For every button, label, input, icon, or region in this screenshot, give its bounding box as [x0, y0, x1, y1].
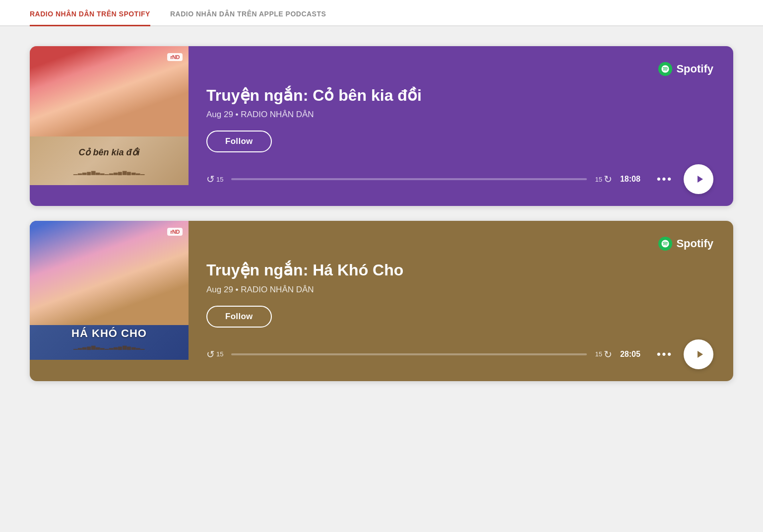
spotify-icon-2: [658, 237, 672, 251]
skip-back-label-2: 15: [216, 350, 223, 358]
play-button-1[interactable]: [684, 164, 713, 194]
skip-forward-label-1: 15: [595, 176, 602, 183]
more-button-2[interactable]: •••: [654, 348, 676, 361]
spotify-logo-2: Spotify: [206, 237, 713, 251]
follow-button-2[interactable]: Follow: [206, 306, 272, 328]
progress-bar-2[interactable]: [231, 353, 587, 355]
progress-bar-1[interactable]: [231, 178, 587, 180]
episode-title-1: Truyện ngắn: Cỏ bên kia đồi: [206, 86, 713, 105]
duration-2: 28:05: [620, 350, 646, 359]
skip-back-button-2[interactable]: ↺ 15: [206, 348, 223, 360]
duration-1: 18:08: [620, 175, 646, 184]
skip-back-icon-2: ↺: [206, 348, 215, 360]
more-button-1[interactable]: •••: [654, 173, 676, 186]
follow-button-1[interactable]: Follow: [206, 131, 272, 152]
spotify-text-1: Spotify: [676, 63, 713, 75]
skip-forward-icon-2: ↻: [604, 348, 612, 360]
podcast-card-2: rND HÁ KHÓ CHO ▁▂▃▄▅▃▂▁▂▃▄▅▄▃▂▁ Spotify …: [30, 221, 733, 381]
skip-forward-icon-1: ↻: [604, 173, 612, 185]
card-bottom-1: ↺ 15 15 ↻ 18:08 •••: [206, 164, 713, 194]
spotify-text-2: Spotify: [676, 237, 713, 250]
cover-label-1: Cỏ bên kia đồi: [30, 147, 189, 158]
tab-apple[interactable]: RADIO NHÂN DÂN TRÊN APPLE PODCASTS: [170, 1, 326, 26]
episode-meta-1: Aug 29 • RADIO NHÂN DÂN: [206, 110, 713, 120]
podcast-card-1: rND Cỏ bên kia đồi ▁▂▃▄▅▃▂▁▂▃▄▅▄▃▂▁ Spot…: [30, 46, 733, 206]
card-top-2: Spotify Truyện ngắn: Há Khó Cho Aug 29 •…: [206, 237, 713, 327]
cover-logo-1: rND: [167, 52, 183, 61]
card-info-2: Spotify Truyện ngắn: Há Khó Cho Aug 29 •…: [189, 221, 733, 381]
card-top-1: Spotify Truyện ngắn: Cỏ bên kia đồi Aug …: [206, 62, 713, 152]
skip-forward-button-2[interactable]: 15 ↻: [595, 348, 612, 360]
episode-title-2: Truyện ngắn: Há Khó Cho: [206, 261, 713, 279]
skip-forward-label-2: 15: [595, 350, 602, 358]
cover-art-1: rND Cỏ bên kia đồi ▁▂▃▄▅▃▂▁▂▃▄▅▄▃▂▁: [30, 46, 189, 185]
skip-back-button-1[interactable]: ↺ 15: [206, 173, 223, 185]
cover-waveform-1: ▁▂▃▄▅▃▂▁▂▃▄▅▄▃▂▁: [30, 169, 189, 175]
tab-spotify[interactable]: RADIO NHÂN DÂN TRÊN SPOTIFY: [30, 1, 150, 26]
card-bottom-2: ↺ 15 15 ↻ 28:05 •••: [206, 339, 713, 369]
tabs-bar: RADIO NHÂN DÂN TRÊN SPOTIFY RADIO NHÂN D…: [0, 0, 763, 26]
spotify-icon-1: [658, 62, 672, 76]
card-info-1: Spotify Truyện ngắn: Cỏ bên kia đồi Aug …: [189, 46, 733, 206]
skip-back-label-1: 15: [216, 176, 223, 183]
cover-art-2: rND HÁ KHÓ CHO ▁▂▃▄▅▃▂▁▂▃▄▅▄▃▂▁: [30, 221, 189, 360]
cover-title-2: HÁ KHÓ CHO: [30, 327, 189, 340]
episode-meta-2: Aug 29 • RADIO NHÂN DÂN: [206, 285, 713, 295]
spotify-logo-1: Spotify: [206, 62, 713, 76]
skip-forward-button-1[interactable]: 15 ↻: [595, 173, 612, 185]
skip-back-icon-1: ↺: [206, 173, 215, 185]
main-content: rND Cỏ bên kia đồi ▁▂▃▄▅▃▂▁▂▃▄▅▄▃▂▁ Spot…: [0, 26, 763, 401]
cover-logo-2: rND: [167, 227, 183, 236]
play-button-2[interactable]: [684, 339, 713, 369]
cover-waveform-2: ▁▂▃▄▅▃▂▁▂▃▄▅▄▃▂▁: [30, 343, 189, 350]
